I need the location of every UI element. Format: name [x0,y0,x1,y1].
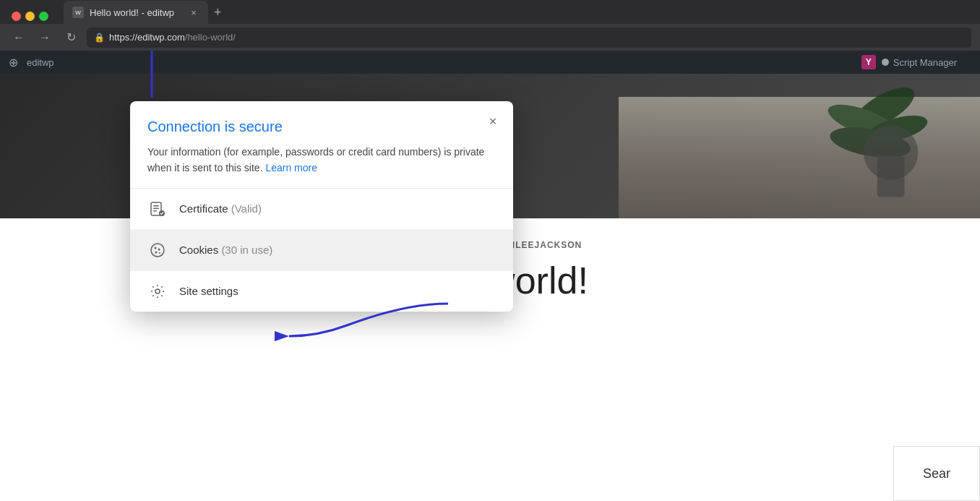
traffic-light-red[interactable] [12,12,21,21]
cookies-item[interactable]: Cookies (30 in use) [130,230,513,271]
svg-text:W: W [75,9,81,16]
certificate-icon [147,199,168,219]
connection-description: Your information (for example, passwords… [147,144,496,176]
svg-rect-13 [153,210,157,212]
arrow-up-annotation [137,51,181,105]
address-bar[interactable]: 🔒 https://editwp.com/hello-world/ [87,27,971,48]
svg-point-16 [155,247,157,249]
tab-title: Hello world! - editwp [90,7,182,18]
plant-decoration [742,81,958,204]
search-partial-text: Sear [923,466,950,481]
website-content: ⊕ editwp Y Script Manager JULY 30, 2018 … [0,51,980,501]
svg-point-19 [159,252,160,254]
script-manager-label: Script Manager [893,57,957,68]
svg-rect-12 [153,207,159,209]
site-settings-icon [147,281,168,301]
script-manager[interactable]: Script Manager [882,57,957,68]
learn-more-link[interactable]: Learn more [265,162,317,174]
cookies-icon [147,240,168,260]
security-popup: Connection is secure Your information (f… [130,101,513,312]
popup-close-button[interactable]: × [484,113,502,130]
browser-chrome: W Hello world! - editwp × + ← → ↻ 🔒 http… [0,0,980,51]
svg-point-20 [155,289,160,294]
url-path: /hello-world/ [185,32,236,43]
site-label[interactable]: editwp [27,57,54,68]
popup-header: Connection is secure Your information (f… [130,101,513,189]
new-tab-button[interactable]: + [208,1,228,24]
wordpress-logo[interactable]: ⊕ [9,56,18,69]
lock-icon: 🔒 [94,33,105,43]
popup-items-list: Certificate (Valid) [130,189,513,312]
svg-rect-11 [153,205,159,207]
url-display: https://editwp.com/hello-world/ [109,32,236,43]
traffic-lights [6,6,54,21]
url-protocol-domain: https://editwp.com [109,32,185,43]
tab-close-button[interactable]: × [188,7,199,18]
certificate-item[interactable]: Certificate (Valid) [130,189,513,230]
yoast-icon: Y [861,55,876,69]
traffic-light-green[interactable] [39,12,48,21]
tab-favicon: W [72,7,84,18]
svg-point-15 [151,244,164,257]
security-popup-overlay: Connection is secure Your information (f… [130,101,513,312]
svg-point-17 [158,248,160,250]
active-tab[interactable]: W Hello world! - editwp × [64,1,208,24]
connection-title: Connection is secure [147,119,496,135]
certificate-label: Certificate (Valid) [179,202,262,215]
svg-point-7 [864,125,919,180]
refresh-button[interactable]: ↻ [61,27,81,48]
back-button[interactable]: ← [9,27,29,48]
svg-point-18 [155,251,158,253]
arrow-cookies-annotation [275,296,455,354]
tab-bar: W Hello world! - editwp × + [0,0,980,24]
traffic-light-yellow[interactable] [25,12,35,21]
site-settings-label: Site settings [179,285,238,297]
nav-bar: ← → ↻ 🔒 https://editwp.com/hello-world/ [0,24,980,51]
script-manager-indicator [882,59,889,66]
cookies-label: Cookies (30 in use) [179,244,272,256]
search-widget: Sear [893,446,980,501]
forward-button[interactable]: → [35,27,55,48]
